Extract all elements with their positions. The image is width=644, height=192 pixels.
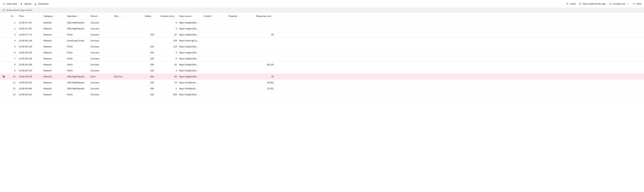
filter-button[interactable]: Filter: [632, 2, 642, 5]
cell-response-size: 55: [252, 33, 275, 36]
table-row[interactable]: 814:58:48.296NetworkFetchSuccess20092htt…: [0, 62, 644, 68]
cell-duration: 92: [155, 63, 178, 66]
invite-icon: [566, 2, 569, 5]
chevron-down-icon: [212, 15, 214, 17]
download-label: Download: [38, 2, 48, 5]
col-header-result-info[interactable]: Res...: [113, 15, 128, 18]
invite-button[interactable]: Invite: [566, 2, 576, 5]
upload-label: Upload: [24, 2, 31, 5]
cell-operation: Fetch: [66, 33, 90, 36]
cell-data-source: https://orgbe1fed....: [178, 75, 203, 78]
cell-data-source: https://orgbe1fed....: [178, 69, 203, 72]
col-header-data-source[interactable]: Data source: [178, 15, 203, 18]
table-row[interactable]: 614:58:48.235NetworkFetchSuccess2004http…: [0, 50, 644, 56]
cell-time: 14:58:48.235: [18, 51, 42, 54]
table-row[interactable]: 114:58:47.167NetworkXMLHttpRequestSucces…: [0, 20, 644, 26]
cell-category: Network: [42, 69, 66, 72]
col-header-id[interactable]: Id: [10, 15, 18, 18]
col-header-time[interactable]: Time: [18, 15, 42, 18]
table-row[interactable]: 514:58:48.233NetworkFetchSuccess200115ht…: [0, 44, 644, 50]
cell-operation: XMLHttpRequest: [66, 21, 90, 24]
table-row[interactable]: 314:58:47.771NetworkFetchSuccess20087htt…: [0, 32, 644, 38]
cell-category: Network: [42, 27, 66, 30]
session-bar: Model-driven app session: [0, 8, 644, 13]
cell-operation: XMLHttpRequest: [66, 75, 90, 78]
cell-duration: 4: [155, 51, 178, 54]
col-header-result-info-label: Res...: [114, 15, 120, 18]
chevron-down-icon: [98, 15, 100, 17]
table-row[interactable]: 1214:58:48.494NetworkXMLHttpRequestSucce…: [0, 86, 644, 92]
chevron-down-icon: [121, 15, 123, 17]
col-header-status[interactable]: Status: [144, 15, 155, 18]
list-icon: [609, 2, 612, 5]
table-row[interactable]: 714:58:48.236NetworkFetchSuccess2005http…: [0, 56, 644, 62]
cell-time: 14:58:48.324: [18, 69, 42, 72]
cell-time: 14:58:48.494: [18, 87, 42, 90]
col-header-control-label: Control: [204, 15, 211, 18]
cell-response-size: 25,991: [252, 81, 275, 84]
table-row[interactable]: 214:58:47.167NetworkXMLHttpRequestSucces…: [0, 26, 644, 32]
cell-operation: Fetch: [66, 69, 90, 72]
col-header-property[interactable]: Property: [227, 15, 252, 18]
play-icon: [579, 2, 582, 5]
cell-time: 14:58:50.922: [18, 93, 42, 96]
cell-status: 200: [128, 93, 155, 96]
chevron-down-icon: [238, 15, 240, 17]
clear-data-button[interactable]: Clear data: [2, 2, 17, 5]
cell-time: 14:58:48.236: [18, 57, 42, 60]
cell-data-source: https://orgbe1fed....: [178, 93, 203, 96]
col-header-category[interactable]: Category: [42, 15, 66, 18]
toolbar-left: Clear data Upload Download: [2, 2, 48, 5]
col-header-response-size[interactable]: Response size: [255, 15, 275, 18]
cell-id: 6: [8, 51, 18, 54]
table-row[interactable]: 1114:58:48.453NetworkXMLHttpRequestSucce…: [0, 80, 644, 86]
grid-header-row: Id Time Category Operation Result Res...…: [0, 13, 644, 20]
cell-id: 9: [8, 69, 18, 72]
cell-response-size: 69,143: [252, 63, 275, 66]
cell-result: Success: [90, 27, 113, 30]
filter-label: Filter: [636, 2, 642, 5]
cell-status: 200: [128, 33, 155, 36]
cell-result: Success: [90, 21, 113, 24]
col-header-duration-label: Duration (ms): [160, 15, 174, 18]
cell-id: 10: [8, 75, 18, 78]
filter-icon: [632, 2, 635, 5]
row-status-icon-cell: [0, 76, 8, 78]
cell-status: 200: [128, 63, 155, 66]
cell-status: 200: [128, 51, 155, 54]
cell-status: 200: [128, 69, 155, 72]
download-button[interactable]: Download: [34, 2, 48, 5]
upload-button[interactable]: Upload: [20, 2, 31, 5]
cell-result: Success: [90, 93, 113, 96]
col-header-control[interactable]: Control: [203, 15, 227, 18]
cell-data-source: https://orgbe1fed....: [178, 33, 203, 36]
cell-duration: 115: [155, 45, 178, 48]
chevron-down-icon: [627, 2, 630, 5]
cell-result: Success: [90, 57, 113, 60]
table-row[interactable]: 414:58:48.106NetworkAssetLoad.ScriptSucc…: [0, 38, 644, 44]
table-row[interactable]: 914:58:48.324NetworkFetchSuccess2004http…: [0, 68, 644, 74]
chevron-down-icon: [78, 15, 80, 17]
cell-result: Success: [90, 45, 113, 48]
cell-result: Success: [90, 33, 113, 36]
cell-result: Success: [90, 63, 113, 66]
table-row[interactable]: 1014:58:48.378NetworkXMLHttpRequestError…: [0, 74, 644, 80]
col-header-duration[interactable]: Duration (ms): [159, 15, 178, 18]
cell-category: Network: [42, 87, 66, 90]
cell-duration: 24: [155, 81, 178, 84]
col-header-operation[interactable]: Operation: [66, 15, 90, 18]
svg-point-1: [633, 3, 634, 4]
cell-data-source: https://shellprod....: [178, 87, 203, 90]
cell-operation: XMLHttpRequest: [66, 81, 90, 84]
view-mode-dropdown[interactable]: Compact list: [609, 2, 630, 5]
clear-data-label: Clear data: [6, 2, 17, 5]
cell-duration: 84: [155, 75, 178, 78]
col-header-result[interactable]: Result: [90, 15, 113, 18]
col-header-data-source-label: Data source: [179, 15, 191, 18]
table-row[interactable]: 1314:58:50.922NetworkFetchSuccess200348h…: [0, 92, 644, 98]
play-app-button[interactable]: Play model-driven app: [579, 2, 606, 5]
cell-operation: Fetch: [66, 93, 90, 96]
cell-operation: Fetch: [66, 57, 90, 60]
cell-time: 14:58:47.771: [18, 33, 42, 36]
chevron-down-icon: [14, 15, 16, 17]
